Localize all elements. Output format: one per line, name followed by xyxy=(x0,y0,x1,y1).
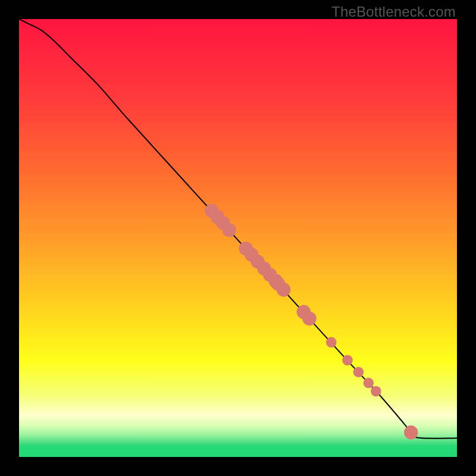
plot-area xyxy=(19,19,457,457)
bottleneck-curve xyxy=(19,19,457,439)
data-point xyxy=(404,425,418,440)
data-point xyxy=(353,367,364,377)
data-point xyxy=(371,386,381,397)
curve-layer xyxy=(19,19,457,457)
watermark-text: TheBottleneck.com xyxy=(331,4,456,20)
chart-frame: TheBottleneck.com xyxy=(0,0,476,476)
data-point xyxy=(326,337,337,347)
data-point xyxy=(302,312,317,326)
data-point xyxy=(364,378,374,389)
data-point xyxy=(342,355,353,366)
data-point xyxy=(277,283,291,297)
data-point xyxy=(223,223,237,237)
